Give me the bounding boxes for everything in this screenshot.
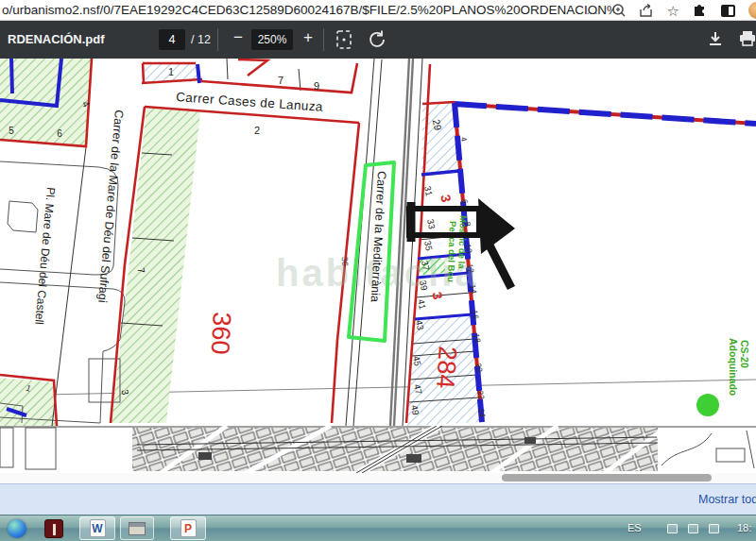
zone-360: 360: [206, 312, 236, 356]
svg-text:9: 9: [314, 80, 319, 92]
svg-text:37: 37: [420, 260, 432, 272]
horizontal-scrollbar-thumb[interactable]: [502, 474, 712, 482]
url-ellipsis: ...: [587, 4, 599, 17]
svg-text:35: 35: [422, 240, 435, 252]
svg-text:36: 36: [340, 257, 350, 266]
rotate-page-icon[interactable]: [367, 29, 387, 54]
pdf-map-canvas[interactable]: habitaclia Carrer Cases de Lanuza Carrer…: [0, 59, 756, 426]
svg-text:47: 47: [412, 383, 424, 396]
page-number-input[interactable]: 4: [159, 29, 185, 50]
svg-text:33: 33: [425, 218, 438, 230]
green-status-dot: [696, 394, 719, 416]
city-fabric: [0, 426, 754, 473]
tray-network-icon[interactable]: [688, 524, 698, 533]
page-total-label: / 12: [191, 33, 211, 46]
horizontal-scrollbar[interactable]: [0, 473, 756, 483]
svg-text:24: 24: [476, 408, 488, 419]
browser-address-bar[interactable]: o/urbanismo2.nsf/0/7EAE19292C4CED63C1258…: [0, 0, 756, 21]
svg-text:45: 45: [411, 355, 423, 367]
street-label-sufragi: Carrer de la Mare de Déu del Sufragi: [95, 110, 126, 303]
svg-text:22: 22: [475, 390, 487, 401]
svg-text:39: 39: [418, 279, 430, 292]
zoom-level-value[interactable]: 250%: [251, 29, 293, 50]
svg-text:20: 20: [473, 363, 485, 374]
svg-text:18: 18: [472, 333, 483, 345]
taskbar-window-button[interactable]: [120, 516, 154, 540]
taskbar-word-button[interactable]: W: [79, 516, 115, 540]
share-icon[interactable]: [639, 4, 655, 18]
powerpoint-icon: P: [180, 519, 197, 537]
svg-text:7: 7: [278, 75, 284, 86]
extensions-puzzle-icon[interactable]: [692, 3, 708, 19]
svg-text:1: 1: [168, 67, 174, 77]
bookmark-star-icon[interactable]: ☆: [667, 4, 679, 18]
overview-map-svg: [0, 426, 756, 473]
print-icon[interactable]: [739, 29, 756, 52]
tray-volume-icon[interactable]: [709, 524, 719, 533]
zone-284: 284: [431, 346, 462, 390]
toolbar-divider: [217, 28, 218, 51]
svg-text:43: 43: [414, 319, 426, 331]
pdf-filename: RDENACIÓN.pdf: [8, 32, 105, 46]
toolbar-divider: [323, 28, 324, 51]
cs20-type-label: Adoquinado: [728, 338, 739, 396]
taskbar-powerpoint-button[interactable]: P: [170, 516, 206, 540]
tray-hidden-icons[interactable]: [667, 524, 678, 533]
browser-taskbar-icon[interactable]: [8, 519, 26, 538]
svg-text:4: 4: [459, 136, 470, 143]
windows-taskbar: W P ES 18:: [0, 515, 756, 541]
svg-text:16: 16: [470, 310, 481, 321]
taskbar-clock[interactable]: 18:: [737, 522, 751, 533]
window-app-icon: [129, 522, 146, 535]
ordenacion-plan-svg: habitaclia Carrer Cases de Lanuza Carrer…: [0, 59, 756, 426]
profile-avatar[interactable]: [748, 2, 756, 19]
download-icon[interactable]: [707, 29, 724, 52]
svg-text:41: 41: [416, 298, 428, 311]
taskbar-app-red-icon[interactable]: [44, 519, 63, 538]
svg-text:6: 6: [57, 128, 62, 139]
download-bar: Mostrar todo: [0, 483, 756, 515]
url-text[interactable]: o/urbanismo2.nsf/0/7EAE19292C4CED63C1258…: [2, 3, 614, 17]
svg-text:49: 49: [409, 404, 421, 416]
pdf-viewer-toolbar: RDENACIÓN.pdf 4 / 12 − 250% +: [0, 21, 756, 59]
cs20-label: CS-20: [739, 340, 750, 368]
zoom-in-button[interactable]: +: [299, 28, 318, 47]
zoom-out-button[interactable]: −: [229, 28, 248, 47]
fit-to-page-icon[interactable]: [335, 29, 353, 54]
side-panel-icon[interactable]: [720, 4, 736, 18]
zoom-search-icon[interactable]: [611, 3, 627, 18]
language-indicator[interactable]: ES: [627, 522, 642, 533]
svg-text:2: 2: [254, 125, 260, 136]
mosaic-label-line2: Pesca del Bou: [446, 221, 458, 282]
svg-text:5: 5: [9, 126, 14, 136]
word-icon: W: [90, 519, 106, 537]
show-all-downloads-link[interactable]: Mostrar todo: [698, 493, 756, 506]
overview-map-strip[interactable]: [0, 426, 756, 473]
svg-text:31: 31: [422, 185, 435, 197]
zone-3-upper: 3: [438, 193, 454, 203]
